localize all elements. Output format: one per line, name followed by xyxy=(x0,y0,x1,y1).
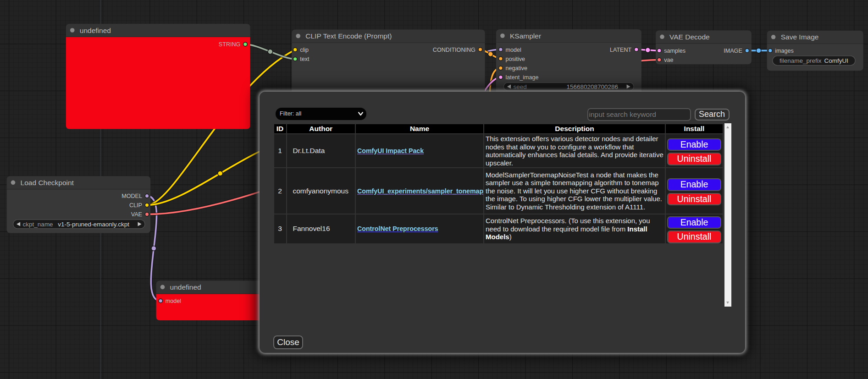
svg-text:Save Image: Save Image xyxy=(781,33,819,41)
svg-text:VAE Decode: VAE Decode xyxy=(669,33,710,41)
svg-text:text: text xyxy=(300,56,310,62)
svg-text:CONDITIONING: CONDITIONING xyxy=(433,47,475,53)
svg-text:clip: clip xyxy=(300,47,309,53)
svg-text:latent_image: latent_image xyxy=(505,74,538,81)
svg-text:positive: positive xyxy=(505,56,525,62)
svg-text:VAE: VAE xyxy=(131,211,142,218)
svg-text:IMAGE: IMAGE xyxy=(724,48,742,54)
svg-text:ckpt_name: ckpt_name xyxy=(23,221,53,228)
svg-text:CLIP: CLIP xyxy=(129,202,142,209)
svg-text:Load Checkpoint: Load Checkpoint xyxy=(21,179,74,187)
svg-text:v1-5-pruned-emaonly.ckpt: v1-5-pruned-emaonly.ckpt xyxy=(58,221,129,228)
svg-text:undefined: undefined xyxy=(170,283,201,291)
svg-text:KSampler: KSampler xyxy=(510,32,541,40)
svg-text:vae: vae xyxy=(664,57,673,63)
svg-text:seed: seed xyxy=(514,83,527,90)
svg-text:MODEL: MODEL xyxy=(122,193,142,199)
svg-text:model: model xyxy=(505,47,521,53)
svg-text:model: model xyxy=(166,298,181,304)
svg-text:CLIP Text Encode (Prompt): CLIP Text Encode (Prompt) xyxy=(305,32,392,40)
svg-text:samples: samples xyxy=(664,48,686,54)
svg-text:156680208700286: 156680208700286 xyxy=(566,83,618,90)
svg-text:filename_prefix: filename_prefix xyxy=(780,57,822,64)
svg-text:LATENT: LATENT xyxy=(610,47,632,53)
svg-text:STRING: STRING xyxy=(219,41,241,48)
svg-text:undefined: undefined xyxy=(80,27,111,34)
svg-text:negative: negative xyxy=(505,65,527,71)
svg-text:ComfyUI: ComfyUI xyxy=(824,57,849,64)
svg-text:images: images xyxy=(775,48,794,54)
